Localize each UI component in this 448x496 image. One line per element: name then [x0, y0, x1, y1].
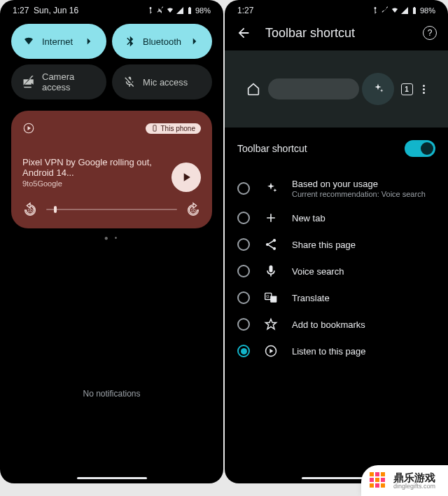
toolbar-preview: 1 — [225, 50, 448, 128]
page-title: Toolbar shortcut — [265, 26, 355, 41]
toolbar-shortcut-toggle[interactable] — [405, 140, 435, 157]
option-label: New tab — [292, 213, 326, 223]
option-listen[interactable]: Listen to this page — [229, 338, 444, 364]
option-label: Voice search — [292, 266, 344, 277]
signal-icon — [176, 6, 184, 15]
vpn-key-icon — [371, 6, 379, 15]
qs-tile-label: Bluetooth — [143, 36, 181, 47]
svg-text:G: G — [266, 294, 270, 298]
home-icon — [246, 81, 261, 97]
seek-thumb[interactable] — [54, 206, 57, 213]
vpn-key-icon — [146, 6, 155, 15]
option-label: Translate — [292, 293, 330, 303]
option-label: Share this page — [292, 240, 356, 250]
qs-tile-bluetooth[interactable]: Bluetooth — [112, 24, 212, 59]
signal-icon — [400, 6, 409, 15]
option-voice-search[interactable]: Voice search — [229, 258, 444, 284]
chevron-right-icon — [83, 35, 95, 48]
replay-10-icon[interactable]: 10 — [22, 202, 38, 217]
battery-icon — [186, 6, 194, 15]
address-bar-preview — [268, 78, 359, 99]
option-new-tab[interactable]: New tab — [229, 205, 444, 231]
mic-icon — [264, 264, 278, 278]
cast-icon[interactable] — [22, 122, 35, 135]
shortcut-options-list: Based on your usage Current recommendati… — [225, 170, 448, 367]
translate-icon: G — [264, 291, 278, 305]
gesture-bar[interactable] — [77, 477, 147, 479]
qs-tile-mic-access[interactable]: Mic access — [112, 64, 212, 99]
svg-text:10: 10 — [27, 208, 33, 213]
radio-button[interactable] — [237, 212, 250, 224]
menu-icon — [420, 85, 428, 94]
phone-settings: 1:27 98% Toolbar shortcut ? 1 — [225, 0, 448, 483]
back-icon[interactable] — [236, 25, 251, 41]
sparkle-icon — [264, 181, 278, 195]
mute-icon — [156, 6, 164, 15]
radio-button[interactable] — [237, 265, 250, 277]
bluetooth-icon — [123, 35, 136, 48]
option-share[interactable]: Share this page — [229, 231, 444, 258]
svg-rect-8 — [270, 296, 276, 303]
wifi-icon — [166, 6, 174, 15]
status-icons: 98% — [146, 6, 211, 15]
watermark-logo — [370, 472, 385, 488]
option-translate[interactable]: G Translate — [229, 284, 444, 311]
radio-button[interactable] — [237, 291, 250, 304]
play-icon — [179, 170, 193, 184]
status-icons: 98% — [371, 6, 435, 15]
radio-button[interactable] — [237, 345, 250, 357]
qs-tile-internet[interactable]: Internet — [11, 24, 106, 59]
share-icon — [264, 237, 278, 252]
option-based-on-usage[interactable]: Based on your usage Current recommendati… — [229, 172, 444, 205]
sparkle-icon — [372, 83, 384, 95]
mute-icon — [381, 6, 389, 15]
star-icon — [264, 317, 278, 331]
watermark: 鼎乐游戏 dinglegifts.com — [361, 465, 448, 496]
play-circle-icon — [264, 344, 278, 358]
battery-percent: 98% — [195, 6, 211, 15]
sparkle-highlight — [362, 73, 394, 105]
quick-settings-grid: Internet Bluetooth Camera access Mic acc… — [0, 18, 223, 105]
watermark-text: 鼎乐游戏 — [393, 472, 435, 484]
svg-text:10: 10 — [190, 208, 196, 213]
radio-button[interactable] — [237, 318, 250, 331]
option-label: Add to bookmarks — [292, 319, 365, 330]
battery-icon — [410, 6, 419, 15]
page-indicator: ● • — [0, 234, 223, 242]
forward-10-icon[interactable]: 10 — [186, 202, 201, 217]
option-bookmarks[interactable]: Add to bookmarks — [229, 311, 444, 338]
qs-tile-label: Mic access — [143, 77, 188, 88]
radio-button[interactable] — [237, 182, 250, 195]
qs-tile-label: Camera access — [42, 71, 95, 92]
wifi-icon — [391, 6, 399, 15]
radio-button[interactable] — [237, 238, 250, 251]
status-bar: 1:27 Sun, Jun 16 98% — [0, 0, 223, 18]
watermark-url: dinglegifts.com — [393, 483, 435, 490]
option-label: Listen to this page — [292, 346, 366, 357]
option-sublabel: Current recommendation: Voice search — [292, 190, 426, 198]
mic-off-icon — [123, 76, 136, 88]
tab-switcher-icon: 1 — [401, 83, 413, 95]
status-time-date: 1:27 Sun, Jun 16 — [13, 6, 78, 15]
qs-tile-label: Internet — [42, 36, 73, 47]
play-button[interactable] — [172, 163, 201, 192]
svg-rect-1 — [153, 125, 155, 131]
settings-header: Toolbar shortcut ? — [225, 18, 448, 50]
status-time: 1:27 — [237, 6, 253, 15]
help-icon[interactable]: ? — [423, 26, 437, 40]
qs-tile-camera-access[interactable]: Camera access — [11, 64, 106, 99]
status-bar: 1:27 98% — [225, 0, 448, 18]
battery-percent: 98% — [420, 6, 435, 15]
chevron-right-icon — [188, 35, 201, 48]
phone-quick-settings: 1:27 Sun, Jun 16 98% Internet Bluetooth — [0, 0, 223, 483]
plus-icon — [264, 211, 278, 225]
option-label: Based on your usage — [292, 179, 426, 189]
phone-icon — [151, 125, 158, 132]
camera-off-icon — [22, 76, 35, 88]
wifi-icon — [22, 35, 35, 48]
output-device-chip[interactable]: This phone — [146, 123, 201, 134]
no-notifications-label: No notifications — [0, 389, 223, 399]
media-player-card[interactable]: This phone Pixel VPN by Google rolling o… — [11, 111, 212, 228]
toggle-label: Toolbar shortcut — [237, 143, 307, 154]
seek-bar[interactable] — [46, 209, 177, 210]
